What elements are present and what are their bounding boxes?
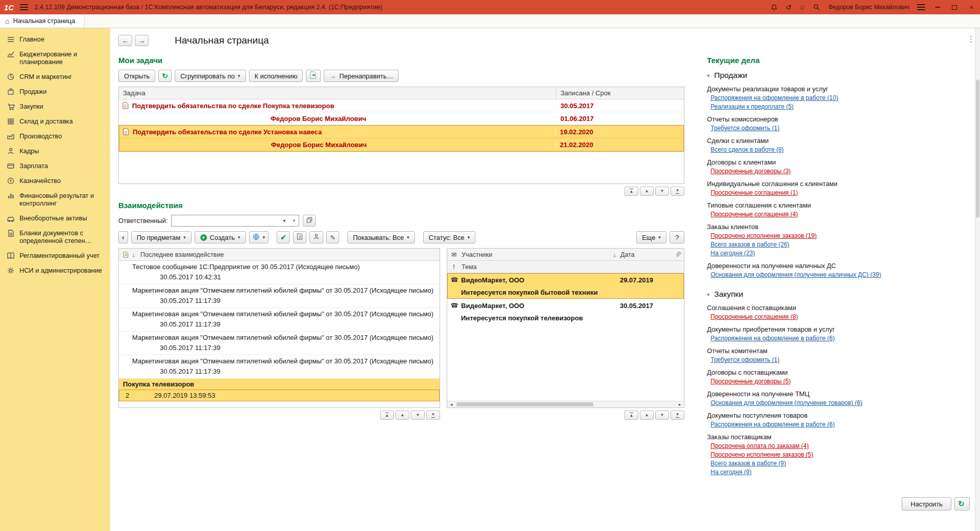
interaction-list-item[interactable]: Маркетинговая акция "Отмечаем пятилетний… — [119, 284, 440, 308]
column-last-interaction[interactable]: Последнее взаимодействие — [139, 251, 440, 258]
minimize-button[interactable] — [933, 7, 942, 8]
todo-link[interactable]: Просрочено исполнение заказов (5) — [711, 451, 814, 458]
sidebar-item-document-forms[interactable]: Бланки документов с определенной степен… — [0, 226, 110, 249]
horizontal-scrollbar[interactable]: ◂ ▸ — [447, 401, 684, 407]
create-web-button[interactable]: ▾ — [249, 231, 269, 243]
go-next-button[interactable]: ▼ — [411, 411, 425, 420]
print-document-button[interactable] — [293, 231, 306, 243]
sidebar-item-warehouse[interactable]: Склад и доставка — [0, 114, 110, 129]
column-task[interactable]: Задача — [119, 87, 556, 99]
more-menu-icon[interactable]: ⋮ — [967, 34, 975, 44]
todo-link[interactable]: Требуется оформить (1) — [711, 125, 779, 132]
column-subject[interactable]: Тема — [461, 263, 684, 271]
interaction-list-item[interactable]: Маркетинговая акция "Отмечаем пятилетний… — [119, 308, 440, 332]
column-date[interactable]: Дата — [620, 251, 672, 258]
task-row[interactable]: Подтвердить обязательства по сделке Поку… — [119, 99, 684, 112]
open-button[interactable]: Открыть — [118, 70, 155, 82]
scrollbar-thumb[interactable] — [976, 79, 979, 218]
todo-link[interactable]: Всего заказов в работе (26) — [711, 241, 789, 248]
interaction-row[interactable]: ☎ ВидеоМаркет, ООО 29.07.2019 Интересует… — [447, 273, 684, 299]
sign-button[interactable]: ✎ — [326, 231, 339, 243]
favorites-star-icon[interactable]: ☆ — [799, 4, 806, 11]
go-last-button[interactable]: ▼ — [671, 187, 684, 196]
go-last-button[interactable]: ▼ — [426, 411, 440, 420]
go-prev-button[interactable]: ▲ — [640, 411, 654, 420]
sidebar-item-budgeting[interactable]: Бюджетирование и планирование — [0, 47, 110, 70]
sidebar-item-regulated-accounting[interactable]: Регламентированный учет — [0, 249, 110, 263]
todo-link[interactable]: Просроченные договоры (3) — [711, 168, 791, 175]
chevron-down-icon[interactable]: ▾ — [279, 215, 289, 226]
sidebar-item-payroll[interactable]: Зарплата — [0, 159, 110, 174]
todo-link[interactable]: Требуется оформить (1) — [711, 356, 779, 363]
sidebar-item-production[interactable]: Производство — [0, 129, 110, 144]
interaction-list-item[interactable]: Маркетинговая акция "Отмечаем пятилетний… — [119, 355, 440, 379]
refresh-button[interactable]: ↻ — [954, 497, 970, 510]
responsible-input[interactable] — [172, 215, 279, 226]
task-row-executor-selected[interactable]: Федоров Борис Михайлович 21.02.2020 — [119, 138, 683, 151]
go-prev-button[interactable]: ▲ — [395, 411, 409, 420]
go-next-button[interactable]: ▼ — [655, 187, 669, 196]
sidebar-item-fixed-assets[interactable]: Внеоборотные активы — [0, 211, 110, 226]
maximize-button[interactable] — [950, 5, 959, 10]
group-purchases[interactable]: ▾ Закупки — [707, 290, 971, 299]
column-participants[interactable]: Участники — [461, 251, 613, 258]
task-row-executor[interactable]: Федоров Борис Михайлович 01.06.2017 — [119, 112, 684, 125]
go-prev-button[interactable]: ▲ — [640, 187, 654, 196]
interaction-row[interactable]: ☎ ВидеоМаркет, ООО 30.05.2017 Интересует… — [447, 299, 684, 324]
forward-button[interactable]: → — [135, 35, 149, 46]
tools-menu-icon[interactable] — [917, 4, 925, 10]
notifications-bell-icon[interactable] — [770, 4, 778, 11]
todo-link[interactable]: Просроченные соглашения (4) — [711, 211, 798, 218]
redirect-button[interactable]: →Перенаправить… — [324, 70, 399, 82]
group-sales[interactable]: ▾ Продажи — [707, 71, 971, 80]
sidebar-item-crm[interactable]: CRM и маркетинг — [0, 70, 110, 85]
todo-link[interactable]: Распоряжения на оформление в работе (6) — [711, 421, 835, 428]
todo-link[interactable]: Просроченные договоры (5) — [711, 378, 791, 385]
configure-button[interactable]: Настроить — [902, 497, 951, 510]
todo-link[interactable]: Распоряжения на оформление в работе (10) — [711, 94, 838, 101]
collapse-panel-button[interactable]: ‹ — [118, 231, 128, 243]
create-based-on-button[interactable] — [306, 70, 321, 82]
close-button[interactable]: × — [967, 4, 976, 11]
todo-link[interactable]: На сегодня (23) — [711, 250, 755, 257]
column-recorded[interactable]: Записана / Срок — [556, 87, 684, 99]
go-first-button[interactable]: ▲ — [624, 187, 638, 196]
sidebar-item-sales[interactable]: Продажи — [0, 85, 110, 99]
status-filter-button[interactable]: Статус: Все▾ — [423, 231, 475, 243]
go-first-button[interactable]: ▲ — [380, 411, 394, 420]
group-by-button[interactable]: Сгруппировать по▾ — [175, 70, 246, 82]
vertical-scrollbar[interactable] — [975, 28, 980, 531]
importance-column[interactable]: ! — [447, 263, 461, 271]
create-button[interactable]: +Создать▾ — [195, 231, 246, 243]
by-subjects-button[interactable]: По предметам▾ — [131, 231, 192, 243]
sort-desc-icon[interactable]: ↓ — [613, 252, 620, 258]
todo-link[interactable]: Просроченные соглашения (1) — [711, 189, 798, 196]
show-filter-button[interactable]: Показывать: Все▾ — [347, 231, 415, 243]
scrollbar-thumb[interactable] — [456, 402, 593, 406]
search-icon[interactable] — [813, 4, 820, 11]
to-execution-button[interactable]: К исполнению — [249, 70, 303, 82]
main-menu-icon[interactable] — [20, 4, 28, 10]
history-icon[interactable]: ↺ — [785, 4, 791, 11]
interaction-group-row[interactable]: Покупка телевизоров — [119, 379, 440, 390]
todo-link[interactable]: На сегодня (9) — [711, 468, 752, 476]
interaction-count-row[interactable]: 2 29.07.2019 13:59:53 — [119, 390, 440, 401]
todo-link[interactable]: Основания для оформления (получение нали… — [711, 271, 881, 278]
open-select-button[interactable] — [303, 215, 316, 227]
refresh-icon-button[interactable]: ↻ — [158, 70, 172, 82]
clear-icon[interactable]: × — [289, 215, 299, 226]
sidebar-item-nsi-administration[interactable]: НСИ и администрирование — [0, 263, 110, 278]
sidebar-item-main[interactable]: Главное — [0, 32, 110, 47]
go-last-button[interactable]: ▼ — [671, 411, 684, 420]
todo-link[interactable]: Просрочено исполнение заказов (19) — [711, 232, 817, 239]
go-first-button[interactable]: ▲ — [624, 411, 638, 420]
sidebar-item-financial-result[interactable]: Финансовый результат и контроллинг — [0, 189, 110, 211]
tab-home-page[interactable]: ⌂ Начальная страница — [0, 14, 85, 28]
interaction-list-item[interactable]: Тестовое сообщение 1С:Предприятие от 30.… — [119, 261, 440, 284]
todo-link[interactable]: Просроченные соглашения (8) — [711, 313, 798, 320]
todo-link[interactable]: Реализации к предоплате (5) — [711, 103, 794, 110]
mark-reviewed-button[interactable]: ✔ — [277, 231, 290, 243]
scroll-left-icon[interactable]: ◂ — [447, 402, 455, 407]
more-button[interactable]: Еще▾ — [636, 231, 666, 243]
todo-link[interactable]: Всего заказов в работе (9) — [711, 460, 786, 467]
